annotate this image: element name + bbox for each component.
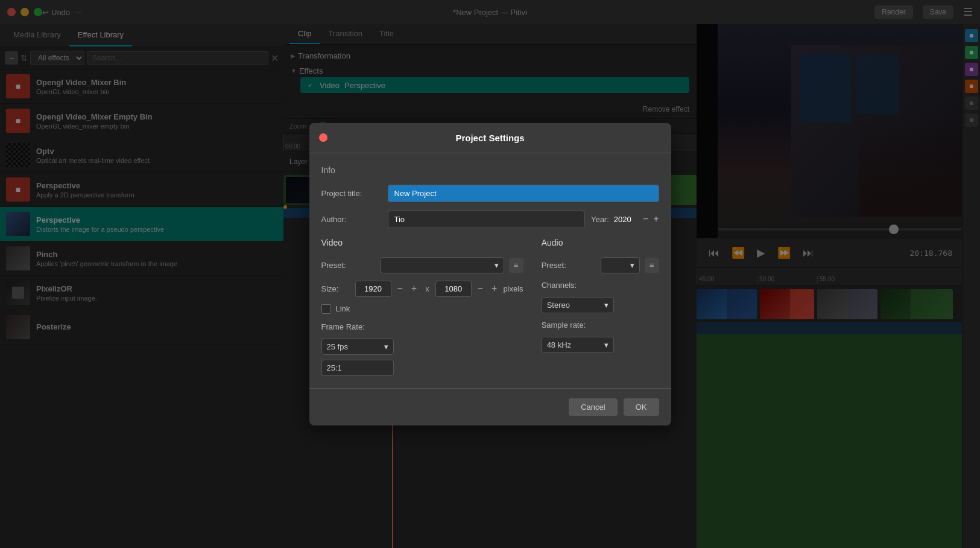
video-section-title: Video bbox=[321, 238, 523, 247]
year-value: 2020 bbox=[614, 215, 638, 224]
channels-dropdown-container: Stereo ▾ bbox=[542, 297, 659, 313]
framerate-label: Frame Rate: bbox=[321, 322, 376, 331]
year-label: Year: bbox=[591, 215, 609, 224]
video-section: Video Preset: ▾ ≡ Size: − bbox=[321, 238, 523, 376]
samplerate-dropdown-container: 48 kHz ▾ bbox=[542, 337, 659, 353]
samplerate-label: Sample rate: bbox=[542, 320, 596, 330]
height-decrement-button[interactable]: − bbox=[475, 283, 485, 294]
channels-arrow-icon: ▾ bbox=[604, 301, 609, 310]
author-row: Author: Year: 2020 − + bbox=[321, 211, 659, 228]
audio-section-title: Audio bbox=[542, 238, 659, 247]
project-settings-dialog: Project Settings Info Project title: Aut… bbox=[309, 123, 671, 425]
width-increment-button[interactable]: + bbox=[409, 283, 419, 294]
framerate-ratio-input[interactable] bbox=[321, 360, 394, 376]
samplerate-dropdown[interactable]: 48 kHz ▾ bbox=[542, 337, 614, 353]
project-title-input[interactable] bbox=[388, 185, 659, 202]
samplerate-arrow-icon: ▾ bbox=[604, 340, 609, 349]
audio-preset-row: Preset: ▾ ≡ bbox=[542, 257, 659, 273]
dropdown-arrow-icon: ▾ bbox=[495, 261, 499, 270]
size-x-separator: x bbox=[423, 284, 432, 293]
size-row: Size: − + x − + pixels bbox=[321, 281, 523, 297]
pixels-label: pixels bbox=[503, 284, 523, 293]
channels-value: Stereo bbox=[547, 301, 570, 310]
author-label: Author: bbox=[321, 215, 382, 224]
framerate-arrow-icon: ▾ bbox=[384, 342, 388, 351]
modal-body: Info Project title: Author: Year: 2020 −… bbox=[309, 153, 671, 388]
link-label: Link bbox=[336, 304, 350, 313]
samplerate-value: 48 kHz bbox=[547, 340, 571, 349]
year-decrement-button[interactable]: − bbox=[643, 214, 648, 225]
audio-preset-label: Preset: bbox=[542, 261, 596, 270]
framerate-dropdown[interactable]: 25 fps ▾ bbox=[321, 339, 394, 355]
height-increment-button[interactable]: + bbox=[489, 283, 499, 294]
link-row: Link bbox=[321, 304, 523, 314]
samplerate-row: Sample rate: bbox=[542, 320, 659, 330]
modal-close-button[interactable] bbox=[319, 133, 327, 142]
channels-dropdown[interactable]: Stereo ▾ bbox=[542, 297, 614, 313]
modal-footer: Cancel OK bbox=[309, 388, 671, 425]
width-decrement-button[interactable]: − bbox=[395, 283, 405, 294]
video-preset-row: Preset: ▾ ≡ bbox=[321, 257, 523, 273]
audio-preset-dropdown[interactable]: ▾ bbox=[601, 257, 640, 273]
modal-overlay: Project Settings Info Project title: Aut… bbox=[0, 0, 980, 548]
framerate-row: Frame Rate: bbox=[321, 322, 523, 331]
project-title-label: Project title: bbox=[321, 189, 382, 198]
link-checkbox[interactable] bbox=[321, 304, 331, 314]
height-input[interactable] bbox=[435, 281, 472, 297]
two-col-section: Video Preset: ▾ ≡ Size: − bbox=[321, 238, 659, 376]
channels-row: Channels: bbox=[542, 281, 659, 290]
info-section-title: Info bbox=[321, 165, 659, 175]
width-input[interactable] bbox=[355, 281, 391, 297]
year-increment-button[interactable]: + bbox=[653, 214, 659, 225]
year-control: Year: 2020 − + bbox=[591, 214, 659, 225]
modal-header: Project Settings bbox=[309, 123, 671, 153]
audio-dropdown-arrow-icon: ▾ bbox=[630, 261, 634, 270]
audio-preset-menu-button[interactable]: ≡ bbox=[645, 258, 659, 273]
video-preset-label: Preset: bbox=[321, 261, 376, 270]
size-label: Size: bbox=[321, 284, 352, 293]
ok-button[interactable]: OK bbox=[624, 398, 659, 416]
project-title-row: Project title: bbox=[321, 185, 659, 202]
video-preset-dropdown[interactable]: ▾ bbox=[381, 257, 504, 273]
framerate-value: 25 fps bbox=[327, 342, 348, 351]
channels-label: Channels: bbox=[542, 281, 596, 290]
cancel-button[interactable]: Cancel bbox=[569, 398, 617, 416]
framerate-select: 25 fps ▾ bbox=[321, 339, 523, 355]
modal-title: Project Settings bbox=[455, 133, 524, 143]
video-preset-menu-button[interactable]: ≡ bbox=[509, 258, 523, 273]
audio-section: Audio Preset: ▾ ≡ Channels: bbox=[542, 238, 659, 376]
author-input[interactable] bbox=[388, 211, 585, 228]
